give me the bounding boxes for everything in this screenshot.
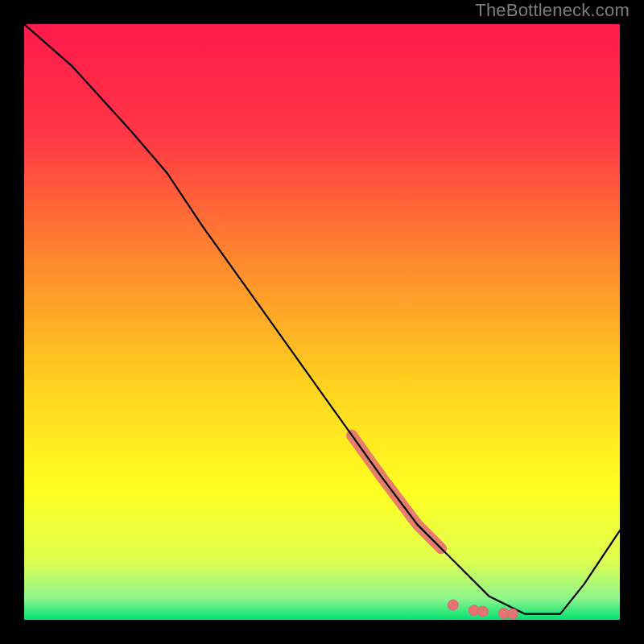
marker-dot: [507, 609, 518, 619]
chart-svg: [24, 24, 620, 620]
watermark-text: TheBottleneck.com: [475, 0, 630, 21]
chart-frame: TheBottleneck.com: [0, 0, 644, 644]
gradient-background: [24, 24, 620, 620]
marker-dot: [448, 600, 458, 610]
marker-dot: [477, 606, 488, 617]
plot-area: [24, 24, 620, 620]
